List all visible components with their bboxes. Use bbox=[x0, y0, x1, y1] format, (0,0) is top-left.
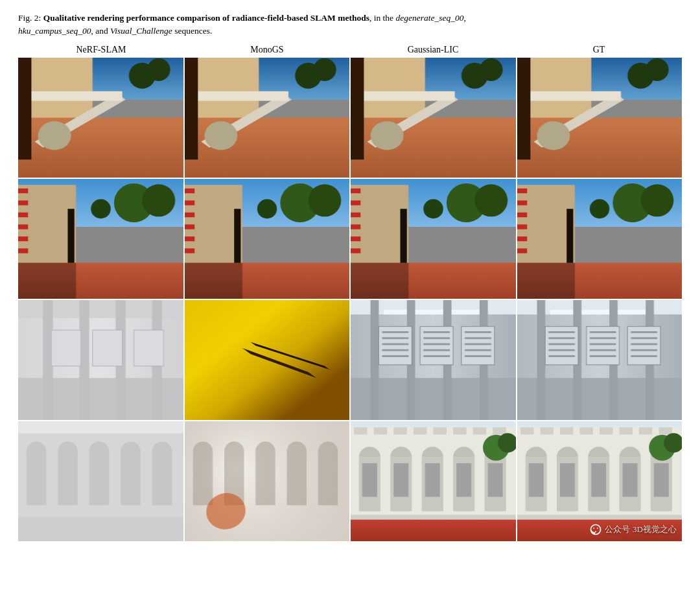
column-headers: NeRF-SLAM MonoGS Gaussian-LIC GT bbox=[18, 45, 682, 55]
canvas-r2-c2 bbox=[351, 300, 516, 420]
caption-comma: , bbox=[463, 13, 465, 23]
image-cell-r0-c1 bbox=[185, 58, 350, 178]
caption-suffix: , in the bbox=[369, 13, 396, 23]
canvas-r2-c0 bbox=[18, 300, 183, 420]
caption-and: , and bbox=[91, 26, 110, 36]
wechat-icon bbox=[589, 523, 602, 536]
canvas-r3-c0 bbox=[18, 421, 183, 541]
image-cell-r0-c2 bbox=[351, 58, 516, 178]
image-cell-r3-c3: 公众号3D视觉之心 bbox=[517, 421, 682, 541]
canvas-r1-c3 bbox=[517, 179, 682, 299]
image-cell-r1-c3 bbox=[517, 179, 682, 299]
caption-end: sequences. bbox=[172, 26, 212, 36]
caption-bold: Qualitative rendering performance compar… bbox=[43, 13, 369, 23]
seq1-italic: degenerate_seq_00 bbox=[395, 13, 463, 23]
watermark-text2: 3D视觉之心 bbox=[633, 524, 677, 535]
image-cell-r3-c1 bbox=[185, 421, 350, 541]
canvas-r1-c1 bbox=[185, 179, 350, 299]
canvas-r1-c0 bbox=[18, 179, 183, 299]
seq2-italic: hku_campus_seq_00 bbox=[18, 26, 91, 36]
canvas-r3-c1 bbox=[185, 421, 350, 541]
image-cell-r2-c3 bbox=[517, 300, 682, 420]
col-header-gt: GT bbox=[516, 45, 682, 55]
image-cell-r1-c1 bbox=[185, 179, 350, 299]
col-header-gaussian: Gaussian-LIC bbox=[350, 45, 516, 55]
image-cell-r2-c2 bbox=[351, 300, 516, 420]
image-cell-r0-c0 bbox=[18, 58, 183, 178]
canvas-r0-c3 bbox=[517, 58, 682, 178]
image-row-2 bbox=[18, 300, 682, 420]
col-header-monogs: MonoGS bbox=[184, 45, 350, 55]
image-cell-r2-c0 bbox=[18, 300, 183, 420]
canvas-r0-c2 bbox=[351, 58, 516, 178]
image-cell-r1-c2 bbox=[351, 179, 516, 299]
image-row-1 bbox=[18, 179, 682, 299]
fig-label: Fig. 2: bbox=[18, 13, 43, 23]
canvas-r0-c0 bbox=[18, 58, 183, 178]
image-cell-r3-c0 bbox=[18, 421, 183, 541]
image-row-3: 公众号3D视觉之心 bbox=[18, 421, 682, 541]
figure-caption: Fig. 2: Qualitative rendering performanc… bbox=[18, 12, 682, 38]
seq3-italic: Visual_Challenge bbox=[110, 26, 172, 36]
canvas-r1-c2 bbox=[351, 179, 516, 299]
image-cell-r2-c1 bbox=[185, 300, 350, 420]
canvas-r3-c2 bbox=[351, 421, 516, 541]
watermark-text1: 公众号 bbox=[605, 524, 630, 535]
image-cell-r0-c3 bbox=[517, 58, 682, 178]
image-row-0 bbox=[18, 58, 682, 178]
col-header-nerf: NeRF-SLAM bbox=[18, 45, 184, 55]
image-cell-r3-c2 bbox=[351, 421, 516, 541]
canvas-r2-c3 bbox=[517, 300, 682, 420]
canvas-r0-c1 bbox=[185, 58, 350, 178]
canvas-r2-c1 bbox=[185, 300, 350, 420]
image-grid: 公众号3D视觉之心 bbox=[18, 58, 682, 541]
watermark: 公众号3D视觉之心 bbox=[589, 523, 677, 536]
image-cell-r1-c0 bbox=[18, 179, 183, 299]
